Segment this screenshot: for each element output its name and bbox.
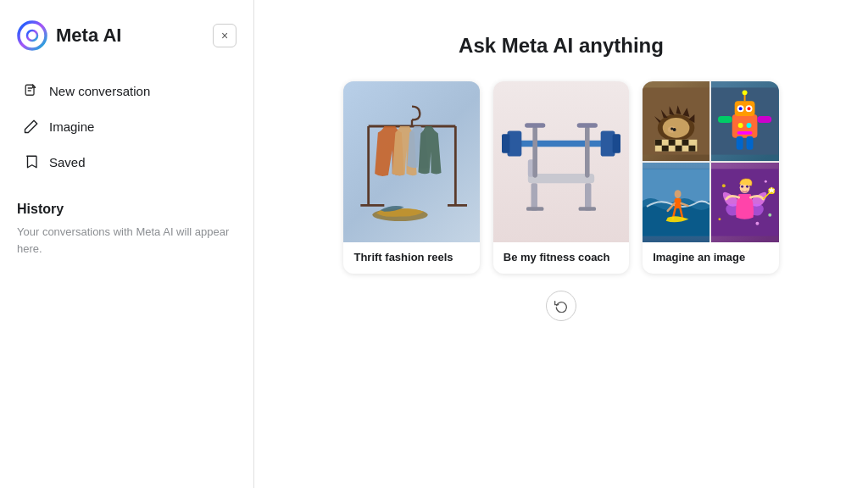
svg-rect-10	[514, 141, 609, 147]
svg-point-60	[765, 180, 767, 183]
nav-item-new-conversation[interactable]: New conversation	[17, 75, 236, 107]
nav-label-imagine: Imagine	[49, 119, 94, 134]
fairy-illustration	[711, 163, 778, 242]
clothes-rack-svg	[357, 103, 467, 221]
history-section: History Your conversations with Meta AI …	[17, 202, 236, 257]
svg-point-0	[19, 22, 46, 49]
svg-point-30	[673, 128, 676, 131]
hedgehog-illustration	[643, 81, 709, 161]
refresh-icon	[554, 299, 568, 313]
card-fitness-coach[interactable]: Be my fitness coach	[493, 81, 629, 274]
history-title: History	[17, 202, 236, 217]
svg-point-51	[738, 123, 743, 128]
history-empty-text: Your conversations with Meta AI will app…	[17, 224, 236, 257]
close-button[interactable]: ×	[213, 24, 236, 47]
svg-point-68	[746, 186, 748, 188]
svg-rect-21	[532, 126, 537, 178]
card-label-fashion: Thrift fashion reels	[343, 242, 479, 274]
svg-point-1	[27, 30, 37, 41]
svg-point-27	[663, 118, 690, 138]
suggestion-cards: Thrift fashion reels	[343, 81, 778, 274]
card-imagine-image[interactable]: Imagine an image	[643, 81, 778, 274]
svg-rect-22	[525, 123, 545, 128]
card-image-fitness	[493, 81, 629, 242]
nav-label-saved: Saved	[49, 155, 86, 169]
svg-point-59	[722, 184, 726, 187]
svg-rect-35	[662, 146, 669, 152]
svg-rect-14	[613, 134, 620, 152]
svg-point-67	[741, 186, 743, 188]
svg-point-46	[743, 90, 748, 95]
imagine-cell-hedgehog	[643, 81, 709, 161]
surfer-illustration	[643, 163, 709, 242]
nav-item-saved[interactable]: Saved	[17, 146, 236, 178]
refresh-button[interactable]	[546, 291, 576, 321]
bench-press-svg	[498, 103, 625, 221]
svg-point-62	[719, 218, 721, 220]
fitness-illustration	[493, 81, 629, 242]
imagine-cell-fairy	[711, 163, 778, 242]
svg-rect-12	[502, 134, 509, 152]
svg-rect-18	[526, 207, 544, 211]
card-image-fashion	[343, 81, 479, 242]
svg-rect-17	[585, 183, 591, 211]
svg-rect-16	[531, 183, 537, 211]
svg-point-61	[769, 214, 772, 217]
svg-point-63	[756, 222, 760, 225]
edit-icon	[24, 83, 39, 98]
svg-rect-36	[676, 146, 682, 152]
meta-ai-logo	[17, 20, 47, 51]
svg-rect-49	[737, 136, 743, 150]
main-title: Ask Meta AI anything	[459, 34, 664, 58]
svg-point-52	[747, 123, 752, 128]
svg-rect-33	[669, 140, 676, 146]
card-label-imagine: Imagine an image	[643, 242, 778, 274]
svg-rect-15	[528, 174, 594, 183]
nav-label-new-conversation: New conversation	[49, 84, 150, 98]
svg-rect-48	[758, 116, 772, 123]
logo-area: Meta AI ×	[17, 20, 236, 51]
svg-rect-37	[689, 146, 696, 152]
svg-point-56	[675, 190, 682, 198]
svg-rect-53	[737, 131, 753, 135]
svg-rect-23	[585, 126, 590, 178]
imagine-cell-robot	[711, 81, 778, 161]
svg-point-44	[748, 107, 751, 110]
card-thrift-fashion[interactable]: Thrift fashion reels	[343, 81, 479, 274]
svg-rect-47	[718, 116, 732, 123]
main-content: Ask Meta AI anything	[254, 0, 868, 488]
svg-rect-32	[655, 140, 662, 146]
robot-illustration	[711, 81, 778, 161]
bookmark-icon	[24, 154, 39, 169]
fashion-illustration	[343, 81, 479, 242]
imagine-cell-surfer	[643, 163, 709, 242]
svg-rect-24	[577, 123, 598, 128]
card-label-fitness: Be my fitness coach	[493, 242, 629, 274]
nav-menu: New conversation Imagine Saved	[17, 75, 236, 178]
logo-title: Meta AI	[56, 25, 121, 47]
card-image-imagine	[643, 81, 778, 242]
imagine-image-grid	[643, 81, 778, 242]
svg-point-43	[739, 107, 743, 110]
svg-rect-34	[682, 140, 689, 146]
sidebar: Meta AI × New conversation Imagine	[0, 0, 254, 488]
svg-rect-50	[747, 136, 754, 150]
nav-item-imagine[interactable]: Imagine	[17, 110, 236, 142]
pencil-icon	[24, 119, 39, 134]
svg-rect-19	[579, 207, 597, 211]
